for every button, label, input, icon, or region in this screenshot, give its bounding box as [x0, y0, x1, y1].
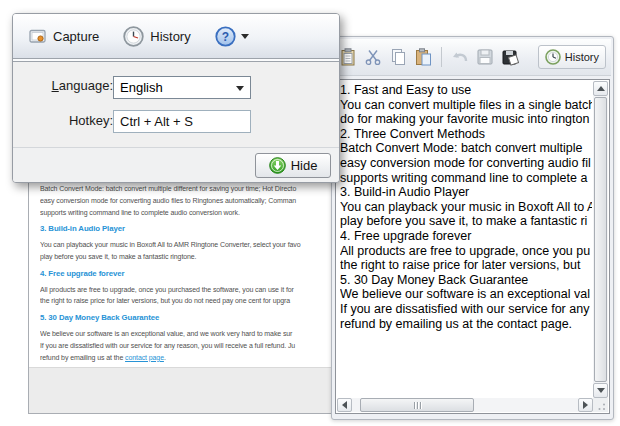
- hotkey-label: Hotkey:: [27, 113, 113, 128]
- horizontal-scrollbar[interactable]: [337, 398, 593, 412]
- horizontal-scroll-thumb[interactable]: [360, 398, 474, 412]
- editor-text-line: the right to raise price for later versi…: [340, 258, 592, 273]
- editor-text-line: We believe our software is an exceptiona…: [340, 287, 592, 302]
- cut-icon[interactable]: [364, 48, 382, 66]
- help-paragraph-line: play before you save it, to make a fanta…: [40, 251, 326, 263]
- help-paragraph-line: the right to raise price for later versi…: [40, 295, 326, 307]
- contact-page-link[interactable]: contact page: [125, 354, 164, 361]
- help-footer-panel: [29, 367, 331, 413]
- resize-grip-icon: [593, 398, 608, 412]
- help-paragraph-line: refund by emailing us at the contact pag…: [40, 352, 326, 364]
- help-paragraph-line: easy conversion mode for converting audi…: [40, 195, 326, 207]
- editor-text-line: 5. 30 Day Money Back Guarantee: [340, 273, 592, 288]
- help-heading: 5. 30 Day Money Back Guarantee: [40, 312, 326, 324]
- settings-popup: Capture History: [12, 13, 340, 183]
- editor-text-box[interactable]: 1. Fast and Easy to useYou can convert m…: [335, 79, 610, 414]
- editor-text-line: 2. Three Convert Methods: [340, 127, 592, 142]
- editor-text-line: If you are dissatisfied with our service…: [340, 302, 592, 317]
- paste-board-icon[interactable]: [339, 48, 357, 66]
- language-label: Language:: [27, 78, 113, 93]
- editor-text-line: 3. Build-in Audio Player: [340, 185, 592, 200]
- screen: Batch Convert Mode: batch convert multip…: [0, 0, 620, 426]
- capture-button[interactable]: Capture: [25, 26, 103, 47]
- editor-text-line: play before you save it, to make a fanta…: [340, 214, 592, 229]
- clock-history-icon: [123, 26, 144, 47]
- copy-icon[interactable]: [389, 48, 407, 66]
- screen-capture-icon: [29, 29, 47, 44]
- up-arrow-icon: [597, 86, 605, 91]
- help-content: Batch Convert Mode: batch convert multip…: [40, 183, 326, 363]
- editor-text-line: Batch Convert Mode: batch convert multip…: [340, 141, 592, 156]
- popup-footer: Hide: [13, 147, 339, 182]
- save-icon[interactable]: [476, 48, 494, 66]
- toolbar-separator: [441, 47, 442, 67]
- history-clock-icon: [545, 49, 561, 65]
- left-arrow-icon: [342, 401, 347, 409]
- editor-toolbar: History: [334, 39, 611, 76]
- vertical-scrollbar[interactable]: [593, 81, 608, 398]
- editor-text-line: 4. Free upgrade forever: [340, 229, 592, 244]
- editor-text-line: supports writing command line to complet…: [340, 171, 592, 186]
- editor-text-line: You can convert multiple files in a sing…: [340, 98, 592, 113]
- editor-text-line: refund by emailing us at the contact pag…: [340, 317, 592, 332]
- save-as-icon[interactable]: [501, 48, 519, 66]
- help-button[interactable]: ?: [211, 23, 253, 50]
- help-heading: 3. Build-in Audio Player: [40, 223, 326, 235]
- popup-toolbar: Capture History: [13, 14, 339, 58]
- notes-editor-window: History 1. Fast and Easy to useYou can c…: [331, 36, 614, 420]
- undo-icon[interactable]: [451, 48, 469, 66]
- hotkey-input[interactable]: [113, 110, 251, 133]
- language-select[interactable]: English: [113, 76, 251, 99]
- scroll-up-button[interactable]: [593, 81, 608, 96]
- help-paragraph-line: You can playback your music in Boxoft Al…: [40, 239, 326, 251]
- hide-button[interactable]: Hide: [255, 153, 331, 178]
- scroll-right-button[interactable]: [578, 398, 593, 412]
- editor-text[interactable]: 1. Fast and Easy to useYou can convert m…: [340, 83, 592, 397]
- history-label: History: [150, 29, 190, 44]
- editor-text-line: You can playback your music in Boxoft Al…: [340, 200, 592, 215]
- scroll-down-button[interactable]: [593, 383, 608, 398]
- history-button[interactable]: History: [119, 23, 194, 50]
- help-paragraph-line: Batch Convert Mode: batch convert multip…: [40, 183, 326, 195]
- right-arrow-icon: [583, 401, 588, 409]
- svg-text:?: ?: [222, 30, 229, 44]
- help-paragraph-line: All products are free to upgrade, once y…: [40, 284, 326, 296]
- editor-text-line: easy conversion mode for converting audi…: [340, 156, 592, 171]
- help-paragraph-line: We believe our software is an exceptiona…: [40, 328, 326, 340]
- help-paragraph-line: If you are dissatisfied with our service…: [40, 340, 326, 352]
- hide-label: Hide: [291, 158, 318, 173]
- help-paragraph-line: supports writing command line to complet…: [40, 207, 326, 219]
- green-hide-arrow-icon: [269, 157, 286, 174]
- capture-label: Capture: [53, 29, 99, 44]
- down-arrow-icon: [597, 388, 605, 393]
- editor-text-line: All products are free to upgrade, once y…: [340, 244, 592, 259]
- vertical-scroll-thumb[interactable]: [594, 97, 607, 382]
- editor-text-line: 1. Fast and Easy to use: [340, 83, 592, 98]
- language-selected-value: English: [120, 80, 163, 95]
- editor-history-button[interactable]: History: [538, 45, 606, 69]
- editor-history-label: History: [565, 51, 599, 63]
- dropdown-caret-icon[interactable]: [241, 34, 249, 39]
- editor-text-line: do for making your favorite music into r…: [340, 112, 592, 127]
- resize-grip[interactable]: [593, 398, 608, 412]
- select-caret-icon: [236, 86, 244, 91]
- scroll-left-button[interactable]: [337, 398, 352, 412]
- toolbar-groove: [13, 58, 339, 62]
- paste-icon[interactable]: [414, 48, 432, 66]
- help-heading: 4. Free upgrade forever: [40, 268, 326, 280]
- help-question-icon: ?: [215, 26, 236, 47]
